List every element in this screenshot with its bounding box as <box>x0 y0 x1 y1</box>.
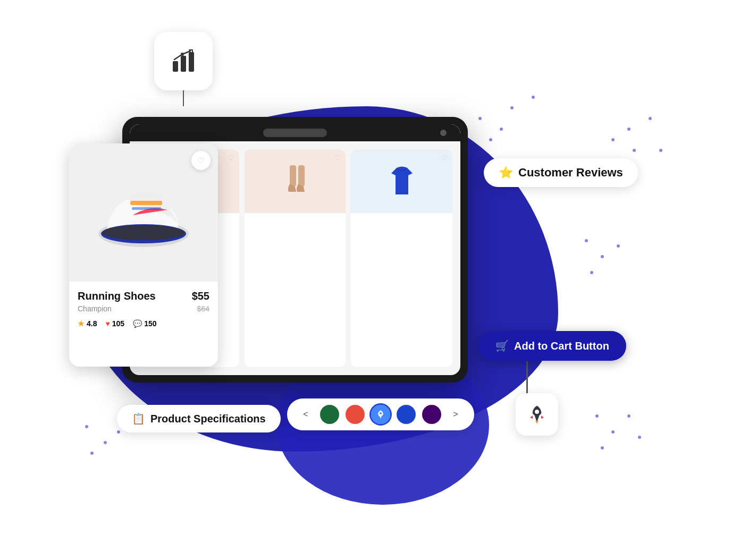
mini-heart-3[interactable]: ♡ <box>441 154 448 162</box>
rocket-overlay-icon <box>376 410 385 419</box>
svg-rect-7 <box>298 165 305 186</box>
analytics-icon <box>170 48 197 74</box>
product-image-area: ♡ <box>69 143 218 282</box>
mini-heart-2[interactable]: ♡ <box>334 154 341 162</box>
specs-icon: 📋 <box>132 412 145 425</box>
product-name: Running Shoes <box>78 290 156 302</box>
star-icon: ★ <box>78 319 85 328</box>
heart-icon: ♥ <box>105 319 110 328</box>
svg-point-12 <box>102 225 185 240</box>
comments-value: 150 <box>144 319 156 328</box>
product-specs-label: Product Specifications <box>150 413 266 425</box>
product-stats: ★ 4.8 ♥ 105 💬 150 <box>78 319 209 328</box>
add-to-cart-label: Add to Cart Button <box>514 340 609 352</box>
comments-stat: 💬 150 <box>133 319 156 328</box>
likes-value: 105 <box>112 319 124 328</box>
product-price: $55 <box>192 290 209 302</box>
mini-product-card-3[interactable]: ♡ <box>351 149 452 367</box>
browser-bar <box>130 124 460 141</box>
product-specs-pill[interactable]: 📋 Product Specifications <box>117 405 281 432</box>
svg-rect-0 <box>173 61 178 72</box>
customer-reviews-pill[interactable]: ⭐ Customer Reviews <box>484 158 638 187</box>
original-price: $64 <box>197 304 209 313</box>
svg-point-14 <box>535 410 539 414</box>
color-red[interactable] <box>346 405 365 424</box>
svg-rect-6 <box>290 165 296 186</box>
svg-rect-2 <box>189 52 194 72</box>
product-info: Running Shoes $55 Champion $64 ★ 4.8 ♥ 1… <box>69 282 218 336</box>
browser-dot <box>440 130 447 136</box>
svg-rect-9 <box>130 201 162 205</box>
mini-product-image-2 <box>245 149 346 213</box>
color-purple[interactable] <box>422 405 441 424</box>
cart-icon: 🛒 <box>495 340 509 352</box>
product-card-main: ♡ Running Shoes $55 Champion $64 <box>69 143 218 367</box>
tshirt-image <box>386 163 418 200</box>
rating-value: 4.8 <box>87 319 97 328</box>
mini-product-image-3 <box>351 149 452 213</box>
customer-reviews-label: Customer Reviews <box>518 166 623 180</box>
browser-pill <box>263 129 327 137</box>
product-brand: Champion <box>78 304 112 313</box>
svg-point-13 <box>380 412 382 414</box>
add-to-cart-button[interactable]: 🛒 Add to Cart Button <box>478 331 626 361</box>
color-green[interactable] <box>320 405 339 424</box>
comment-icon: 💬 <box>133 319 142 328</box>
mini-heart-1[interactable]: ♡ <box>228 154 235 162</box>
color-blue[interactable] <box>397 405 416 424</box>
svg-point-3 <box>181 53 184 56</box>
socks-image <box>279 163 311 200</box>
rating-stat: ★ 4.8 <box>78 319 97 328</box>
rocket-icon <box>526 404 548 425</box>
product-name-price-row: Running Shoes $55 <box>78 290 209 302</box>
color-blue-light[interactable]: ✓ <box>371 405 390 424</box>
color-next-button[interactable]: > <box>448 406 464 422</box>
color-prev-button[interactable]: < <box>298 406 314 422</box>
shoe-illustration <box>85 165 202 260</box>
likes-stat: ♥ 105 <box>105 319 124 328</box>
color-selector[interactable]: < ✓ > <box>287 398 474 430</box>
mini-product-card-2[interactable]: ♡ <box>245 149 346 367</box>
analytics-card[interactable] <box>154 32 213 90</box>
svg-rect-1 <box>181 56 186 72</box>
reviews-star-icon: ⭐ <box>499 166 513 180</box>
wishlist-button[interactable]: ♡ <box>191 151 211 170</box>
rocket-card[interactable] <box>516 393 558 436</box>
svg-rect-10 <box>132 207 161 210</box>
product-brand-row: Champion $64 <box>78 304 209 313</box>
